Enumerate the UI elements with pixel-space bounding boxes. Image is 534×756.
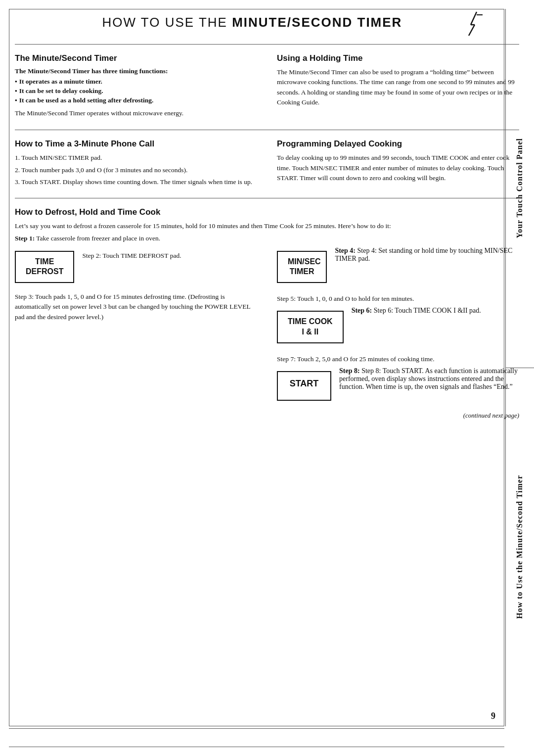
title-icon	[464, 11, 490, 37]
outer-border	[9, 9, 504, 726]
svg-line-0	[471, 12, 477, 25]
sidebar-top: Your Touch Control Panel	[506, 9, 534, 368]
sidebar-bottom: How to Use the Minute/Second Timer	[506, 368, 534, 727]
page-title: HOW TO USE THE MINUTE/SECOND TIMER	[15, 15, 490, 30]
sidebar-bottom-label: How to Use the Minute/Second Timer	[514, 475, 525, 619]
footer-line	[9, 747, 504, 747]
bottom-border-line	[9, 728, 504, 729]
right-sidebar: Your Touch Control Panel How to Use the …	[505, 9, 534, 726]
svg-line-2	[469, 25, 475, 36]
sidebar-top-label: Your Touch Control Panel	[514, 138, 525, 238]
page-number: 9	[491, 711, 495, 721]
